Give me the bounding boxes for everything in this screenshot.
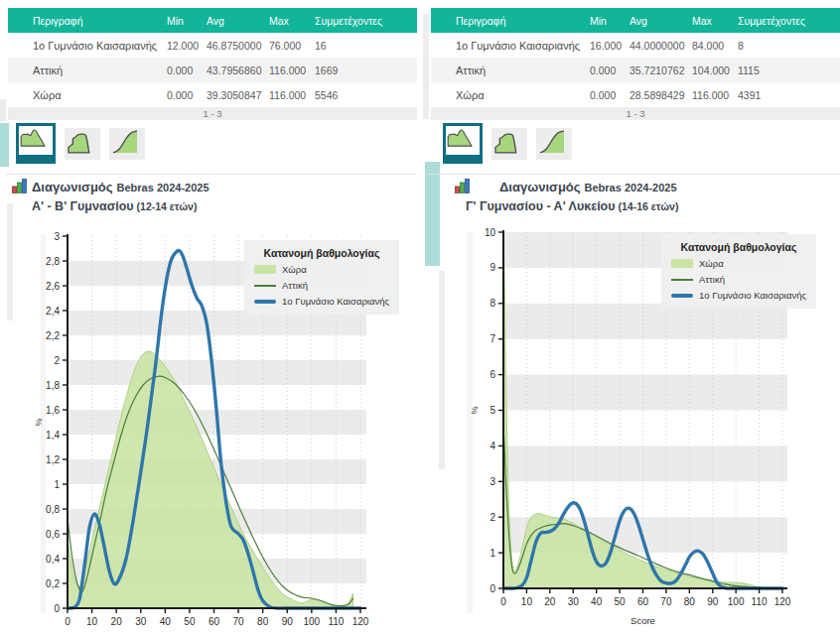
panel-grades-12-14: Περιγραφή Min Avg Max Συμμετέχοντες 1ο Γ…: [0, 0, 417, 636]
attica-line-swatch: [254, 285, 276, 287]
svg-text:7: 7: [490, 333, 495, 344]
svg-text:%: %: [34, 418, 44, 426]
svg-text:5: 5: [490, 405, 495, 416]
svg-text:90: 90: [282, 616, 294, 627]
panel-grades-14-16: Περιγραφή Min Avg Max Συμμετέχοντες 1ο Γ…: [423, 0, 840, 636]
school-line-swatch: [671, 294, 693, 298]
svg-text:0,2: 0,2: [46, 578, 60, 589]
legend-item-school[interactable]: 1ο Γυμνάσιο Καισαριανής: [254, 296, 389, 307]
svg-text:0: 0: [54, 603, 60, 614]
svg-text:3: 3: [490, 476, 495, 487]
svg-text:10: 10: [86, 616, 98, 627]
svg-text:100: 100: [303, 616, 320, 627]
svg-text:90: 90: [707, 596, 719, 607]
svg-text:60: 60: [209, 616, 220, 627]
svg-text:10: 10: [521, 596, 533, 607]
school-line-swatch: [254, 300, 276, 304]
svg-text:30: 30: [135, 616, 147, 627]
svg-text:2: 2: [54, 355, 60, 366]
svg-text:2,8: 2,8: [46, 256, 60, 267]
score-distribution-chart: 00,20,40,60,811,21,41,61,822,22,42,62,83…: [0, 0, 417, 636]
legend-label: 1ο Γυμνάσιο Καισαριανής: [699, 290, 806, 301]
legend-title: Κατανομή βαθμολογίας: [254, 247, 389, 259]
legend-label: 1ο Γυμνάσιο Καισαριανής: [282, 296, 389, 307]
svg-text:60: 60: [637, 596, 649, 607]
svg-text:50: 50: [184, 616, 196, 627]
svg-text:6: 6: [490, 369, 495, 380]
legend-label: Χώρα: [699, 258, 724, 269]
svg-text:80: 80: [257, 616, 269, 627]
attica-line-swatch: [671, 279, 693, 281]
svg-text:0,6: 0,6: [46, 529, 60, 540]
svg-text:40: 40: [160, 616, 172, 627]
svg-text:1: 1: [54, 479, 60, 490]
legend-title: Κατανομή βαθμολογίας: [671, 241, 806, 253]
svg-text:9: 9: [490, 262, 495, 273]
legend-item-school[interactable]: 1ο Γυμνάσιο Καισαριανής: [671, 290, 806, 301]
svg-text:%: %: [470, 406, 480, 414]
legend-item-attica[interactable]: Αττική: [254, 280, 389, 291]
svg-text:1,2: 1,2: [46, 454, 60, 465]
svg-text:110: 110: [328, 616, 344, 627]
svg-text:120: 120: [352, 616, 369, 627]
legend-item-attica[interactable]: Αττική: [671, 274, 806, 285]
legend-label: Χώρα: [282, 264, 307, 275]
country-area-swatch: [254, 265, 276, 274]
svg-text:70: 70: [660, 596, 672, 607]
svg-text:1,8: 1,8: [46, 380, 60, 391]
svg-text:110: 110: [752, 596, 768, 607]
svg-text:8: 8: [490, 298, 495, 309]
svg-text:20: 20: [544, 596, 556, 607]
score-distribution-chart: 0123456789100102030405060708090100110120…: [423, 0, 840, 636]
chart-legend: Κατανομή βαθμολογίας Χώρα Αττική 1ο Γυμν…: [244, 240, 399, 315]
svg-text:10: 10: [485, 227, 496, 238]
svg-text:0: 0: [500, 596, 506, 607]
svg-text:0: 0: [490, 583, 495, 594]
svg-text:100: 100: [728, 596, 745, 607]
svg-text:0: 0: [65, 616, 70, 627]
svg-text:2,2: 2,2: [46, 330, 60, 341]
svg-text:1: 1: [490, 548, 495, 559]
svg-text:0,8: 0,8: [46, 504, 60, 515]
svg-text:2,4: 2,4: [46, 306, 60, 317]
legend-item-country[interactable]: Χώρα: [254, 264, 389, 275]
svg-text:20: 20: [111, 616, 123, 627]
svg-text:40: 40: [591, 596, 603, 607]
svg-text:2: 2: [490, 512, 495, 523]
svg-text:2,6: 2,6: [46, 281, 60, 292]
svg-text:3: 3: [54, 231, 60, 242]
dashboard: Περιγραφή Min Avg Max Συμμετέχοντες 1ο Γ…: [0, 0, 840, 636]
svg-text:70: 70: [233, 616, 245, 627]
svg-text:1,6: 1,6: [46, 405, 60, 416]
svg-text:Score: Score: [630, 615, 655, 626]
svg-text:120: 120: [774, 596, 791, 607]
svg-text:80: 80: [684, 596, 696, 607]
svg-text:30: 30: [568, 596, 580, 607]
svg-text:50: 50: [615, 596, 627, 607]
svg-text:0,4: 0,4: [46, 554, 60, 565]
legend-item-country[interactable]: Χώρα: [671, 258, 806, 269]
legend-label: Αττική: [699, 274, 725, 285]
chart-legend: Κατανομή βαθμολογίας Χώρα Αττική 1ο Γυμν…: [661, 234, 816, 309]
svg-text:4: 4: [490, 441, 495, 451]
svg-text:1,4: 1,4: [46, 430, 60, 441]
legend-label: Αττική: [282, 280, 308, 291]
country-area-swatch: [671, 259, 693, 268]
